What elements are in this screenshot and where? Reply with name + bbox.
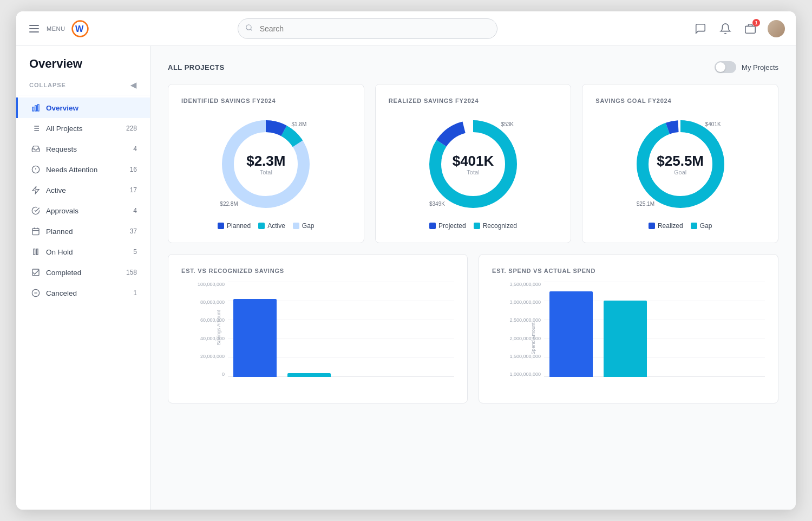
realized-savings-card: REALIZED SAVINGS FY2024 $401K T xyxy=(375,84,572,243)
sidebar-item-on-hold-label: On Hold xyxy=(46,248,133,256)
svg-rect-22 xyxy=(32,269,39,276)
identified-savings-label-top: $1.8M xyxy=(292,121,307,127)
sidebar-item-planned[interactable]: Planned 37 xyxy=(16,221,150,242)
sidebar-item-completed[interactable]: Completed 158 xyxy=(16,262,150,283)
sidebar-item-canceled-count: 1 xyxy=(133,289,137,297)
topnav-left: MENU W xyxy=(27,19,135,38)
sidebar-item-on-hold[interactable]: On Hold 5 xyxy=(16,242,150,262)
identified-savings-donut-wrap: $2.3M Total $1.8M $22.8M xyxy=(214,113,317,216)
sidebar-item-active[interactable]: Active 17 xyxy=(16,180,150,200)
legend-recognized: Recognized xyxy=(474,222,517,230)
savings-goal-title: SAVINGS GOAL FY2024 xyxy=(595,97,765,104)
legend-realized: Realized xyxy=(649,222,683,230)
y-label-s2: 80,000,000 xyxy=(200,299,225,305)
realized-savings-sub: Total xyxy=(453,168,494,175)
identified-savings-donut: $2.3M Total $1.8M $22.8M Planned xyxy=(181,113,351,230)
savings-goal-center: $25.5M Goal xyxy=(657,153,704,175)
sidebar-item-all-projects[interactable]: All Projects 228 xyxy=(16,118,150,139)
sidebar-item-overview-label: Overview xyxy=(46,104,137,112)
legend-realized-dot xyxy=(649,223,655,229)
my-projects-toggle[interactable] xyxy=(715,61,736,73)
bar-chart-icon xyxy=(31,103,41,113)
realized-savings-donut-wrap: $401K Total $53K $349K xyxy=(422,113,525,216)
y-label-sp6: 1,000,000,000 xyxy=(509,372,541,377)
bars-savings xyxy=(233,282,449,377)
y-label-sp1: 3,500,000,000 xyxy=(509,282,541,287)
savings-goal-card: SAVINGS GOAL FY2024 $25.5M Goal xyxy=(582,84,778,243)
sidebar-item-approvals-count: 4 xyxy=(133,207,137,214)
sidebar-item-approvals[interactable]: Approvals 4 xyxy=(16,200,150,221)
identified-savings-sub: Total xyxy=(246,168,285,175)
sidebar-item-canceled-label: Canceled xyxy=(46,289,133,297)
sidebar-item-requests[interactable]: Requests 4 xyxy=(16,139,150,159)
y-label-s6: 0 xyxy=(222,372,225,377)
menu-button[interactable] xyxy=(27,23,41,35)
my-projects-label: My Projects xyxy=(742,63,778,71)
sidebar-item-overview[interactable]: Overview xyxy=(16,97,150,118)
savings-goal-donut-wrap: $25.5M Goal $401K $25.1M xyxy=(629,113,732,216)
calendar-icon xyxy=(31,226,41,236)
content-area: ALL PROJECTS My Projects IDENTIFIED SAVI… xyxy=(150,46,796,510)
est-spend-vs-actual-card: EST. SPEND VS ACTUAL SPEND 3,500,000,000… xyxy=(479,254,778,403)
y-label-sp2: 3,000,000,000 xyxy=(509,299,541,305)
sidebar-item-active-label: Active xyxy=(46,186,130,194)
topnav: MENU W xyxy=(16,11,796,46)
sidebar-item-on-hold-count: 5 xyxy=(133,248,137,256)
search-bar xyxy=(238,18,497,39)
realized-savings-label-top: $53K xyxy=(501,121,514,127)
realized-savings-value: $401K xyxy=(453,153,494,169)
notification-icon[interactable] xyxy=(718,21,733,36)
legend-projected-label: Projected xyxy=(438,222,466,230)
legend-planned-dot xyxy=(218,223,224,229)
legend-gap2-label: Gap xyxy=(700,222,712,230)
y-label-s1: 100,000,000 xyxy=(198,282,225,287)
pause-icon xyxy=(31,247,41,257)
savings-goal-label-top: $401K xyxy=(705,121,721,127)
checkmark-icon xyxy=(31,268,41,277)
sidebar-item-needs-attention[interactable]: Needs Attention 16 xyxy=(16,159,150,180)
minus-circle-icon xyxy=(31,288,41,298)
identified-savings-label-bottom: $22.8M xyxy=(220,201,238,207)
sidebar-item-completed-label: Completed xyxy=(46,269,126,277)
collapse-button[interactable]: COLLAPSE ◀ xyxy=(16,75,150,95)
savings-goal-sub: Goal xyxy=(657,168,704,175)
legend-gap2: Gap xyxy=(691,222,712,230)
briefcase-icon[interactable]: 1 xyxy=(743,21,758,36)
legend-gap: Gap xyxy=(293,222,315,230)
collapse-label: COLLAPSE xyxy=(29,82,66,88)
sidebar-item-requests-label: Requests xyxy=(46,145,133,153)
app-window: MENU W xyxy=(16,11,796,510)
list-icon xyxy=(31,123,41,133)
identified-savings-legend: Planned Active Gap xyxy=(218,222,314,230)
savings-goal-legend: Realized Gap xyxy=(649,222,712,230)
legend-gap2-dot xyxy=(691,223,697,229)
content-header: ALL PROJECTS My Projects xyxy=(168,61,778,73)
svg-rect-21 xyxy=(36,249,38,255)
sidebar-item-all-projects-count: 228 xyxy=(126,125,137,132)
est-spend-vs-actual-title: EST. SPEND VS ACTUAL SPEND xyxy=(492,268,765,274)
search-input[interactable] xyxy=(238,18,497,39)
sidebar-item-planned-count: 37 xyxy=(130,227,137,235)
savings-goal-value: $25.5M xyxy=(657,153,704,169)
avatar[interactable] xyxy=(768,20,785,37)
sidebar-item-canceled[interactable]: Canceled 1 xyxy=(16,283,150,303)
legend-projected: Projected xyxy=(429,222,466,230)
sidebar-item-approvals-label: Approvals xyxy=(46,207,133,215)
legend-gap-label: Gap xyxy=(302,222,315,230)
legend-gap-dot xyxy=(293,223,299,229)
lightning-icon xyxy=(31,185,41,195)
section-title: ALL PROJECTS xyxy=(168,63,225,71)
legend-projected-dot xyxy=(429,223,436,229)
topnav-right: 1 xyxy=(693,20,785,37)
svg-rect-4 xyxy=(35,106,37,111)
legend-planned: Planned xyxy=(218,222,251,230)
y-label-sp3: 2,500,000,000 xyxy=(509,317,541,323)
identified-savings-center: $2.3M Total xyxy=(246,153,285,175)
svg-text:W: W xyxy=(75,24,84,34)
savings-goal-donut: $25.5M Goal $401K $25.1M Realized xyxy=(595,113,765,230)
chat-icon[interactable] xyxy=(693,21,708,36)
identified-savings-card: IDENTIFIED SAVINGS FY2024 xyxy=(168,84,364,243)
bar-spend-est xyxy=(549,291,593,377)
legend-planned-label: Planned xyxy=(227,222,251,230)
donut-cards-row: IDENTIFIED SAVINGS FY2024 xyxy=(168,84,778,243)
